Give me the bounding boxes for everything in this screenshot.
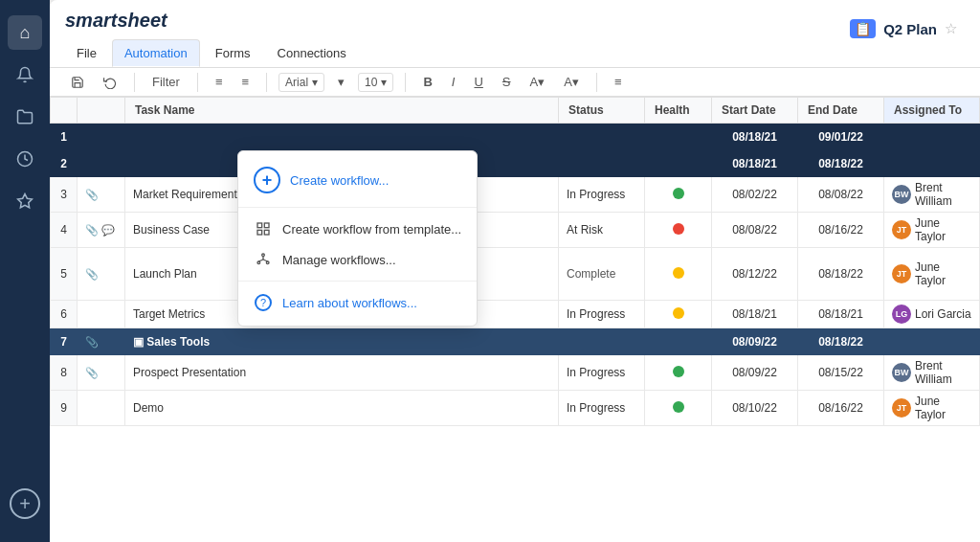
svg-marker-1 xyxy=(18,194,33,208)
font-family-select[interactable]: Arial ▾ xyxy=(278,73,324,92)
row-task[interactable]: Prospect Presentation xyxy=(125,355,559,391)
row-assigned: JT June Taylor xyxy=(884,391,980,426)
row-num: 5 xyxy=(51,248,78,301)
dropdown-divider xyxy=(238,207,477,208)
row-assigned xyxy=(884,124,980,150)
row-end: 08/18/22 xyxy=(798,248,884,301)
assigned-name: Brent William xyxy=(915,359,971,386)
row-start: 08/09/22 xyxy=(712,328,798,355)
svg-point-6 xyxy=(262,254,265,257)
create-workflow-icon: + xyxy=(254,167,280,193)
row-icons-cell: 📎 xyxy=(78,248,125,301)
sidebar: ⌂ + xyxy=(0,0,50,542)
row-num: 3 xyxy=(51,177,78,213)
toolbar-align-center[interactable]: ≡ xyxy=(235,72,255,92)
row-icons-cell xyxy=(78,124,125,150)
dropdown-create-from-template[interactable]: Create workflow from template... xyxy=(238,214,477,244)
toolbar-bold[interactable]: B xyxy=(417,72,437,92)
toolbar-highlight[interactable]: A▾ xyxy=(558,72,585,92)
toolbar-italic[interactable]: I xyxy=(446,72,461,92)
row-assigned: JT June Taylor xyxy=(884,248,980,301)
assigned-name: June Taylor xyxy=(915,395,971,421)
row-end: 08/18/21 xyxy=(798,301,884,328)
sheet-title-icon: 📋 xyxy=(850,19,876,38)
toolbar-save[interactable] xyxy=(65,73,90,92)
svg-rect-3 xyxy=(264,223,269,228)
toolbar-align-left[interactable]: ≡ xyxy=(210,72,229,92)
row-start: 08/02/22 xyxy=(712,177,798,213)
font-size-select[interactable]: 10 ▾ xyxy=(358,73,393,92)
row-num: 4 xyxy=(51,213,78,248)
sidebar-recents[interactable] xyxy=(8,142,42,176)
main-table: Task Name Status Health Start Date End D… xyxy=(50,97,980,426)
row-num: 8 xyxy=(51,355,78,391)
col-header-taskname[interactable]: Task Name xyxy=(125,98,559,124)
sidebar-starred[interactable] xyxy=(8,184,42,218)
table-row: 7 📎 ▣ Sales Tools 08/09/22 08/18/22 xyxy=(51,328,980,355)
app-title: smartsheet xyxy=(65,10,358,32)
dropdown-learn-workflows[interactable]: ? Learn about workflows... xyxy=(238,287,477,318)
learn-icon: ? xyxy=(254,295,273,310)
sidebar-folder[interactable] xyxy=(8,100,42,134)
row-status: In Progress xyxy=(559,301,645,328)
svg-point-9 xyxy=(266,261,269,264)
row-status: In Progress xyxy=(559,177,645,213)
assigned-name: June Taylor xyxy=(915,216,971,243)
menu-automation[interactable]: Automation xyxy=(112,39,200,67)
col-header-assigned[interactable]: Assigned To xyxy=(884,98,980,124)
col-header-health[interactable]: Health xyxy=(645,98,712,124)
row-status xyxy=(559,150,645,177)
table-row: 1 08/18/21 09/01/22 xyxy=(51,124,980,150)
toolbar-more[interactable]: ≡ xyxy=(609,72,628,92)
row-icons-cell xyxy=(78,391,125,426)
row-assigned: BW Brent William xyxy=(884,177,980,213)
row-start: 08/12/22 xyxy=(712,248,798,301)
create-workflow-label: Create workflow... xyxy=(290,173,389,188)
sidebar-notifications[interactable] xyxy=(8,57,42,92)
row-health xyxy=(645,355,712,391)
dropdown-manage-workflows[interactable]: Manage workflows... xyxy=(238,244,477,275)
toolbar-color[interactable]: A▾ xyxy=(524,72,551,92)
row-health xyxy=(645,301,712,328)
row-task[interactable]: Demo xyxy=(125,391,559,426)
row-health xyxy=(645,124,712,150)
col-header-icons xyxy=(78,98,125,124)
row-icons-cell: 📎 xyxy=(78,355,125,391)
dropdown-create-workflow[interactable]: + Create workflow... xyxy=(238,159,477,201)
toolbar-underline[interactable]: U xyxy=(468,72,488,92)
row-end: 08/16/22 xyxy=(798,213,884,248)
menu-file[interactable]: File xyxy=(65,40,108,66)
row-status xyxy=(559,328,645,355)
row-task[interactable] xyxy=(125,124,559,150)
avatar: BW xyxy=(892,363,911,382)
row-health xyxy=(645,177,712,213)
row-task[interactable]: ▣ Sales Tools xyxy=(125,328,559,355)
svg-rect-2 xyxy=(257,223,262,228)
svg-rect-5 xyxy=(264,230,269,235)
row-end: 08/18/22 xyxy=(798,150,884,177)
automation-dropdown: + Create workflow... Create workflow fro… xyxy=(237,150,478,327)
col-header-status[interactable]: Status xyxy=(559,98,645,124)
workflow-template-icon xyxy=(254,221,273,237)
sheet-star-icon[interactable]: ☆ xyxy=(945,20,957,37)
toolbar-strikethrough[interactable]: S xyxy=(497,72,517,92)
table-row: 3 📎 Market Requirements Definition In Pr… xyxy=(51,177,980,213)
menu-connections[interactable]: Connections xyxy=(266,40,358,66)
toolbar: Filter ≡ ≡ Arial ▾ ▾ 10 ▾ B I U S A▾ A▾ … xyxy=(50,68,980,97)
dropdown-divider-2 xyxy=(238,281,477,282)
row-start: 08/18/21 xyxy=(712,301,798,328)
row-status: In Progress xyxy=(559,355,645,391)
col-header-startdate[interactable]: Start Date xyxy=(712,98,798,124)
topbar: smartsheet File Automation Forms Connect… xyxy=(50,0,980,68)
row-status: In Progress xyxy=(559,391,645,426)
manage-workflows-icon xyxy=(254,252,273,267)
row-num: 2 xyxy=(51,150,78,177)
assigned-name: Brent William xyxy=(915,181,971,208)
menu-forms[interactable]: Forms xyxy=(204,40,262,66)
toolbar-filter[interactable]: Filter xyxy=(146,72,186,92)
sidebar-add-button[interactable]: + xyxy=(10,488,40,519)
col-header-enddate[interactable]: End Date xyxy=(798,98,884,124)
toolbar-undo[interactable] xyxy=(98,73,122,92)
sidebar-home[interactable]: ⌂ xyxy=(8,15,42,50)
assigned-name: June Taylor xyxy=(915,260,971,287)
